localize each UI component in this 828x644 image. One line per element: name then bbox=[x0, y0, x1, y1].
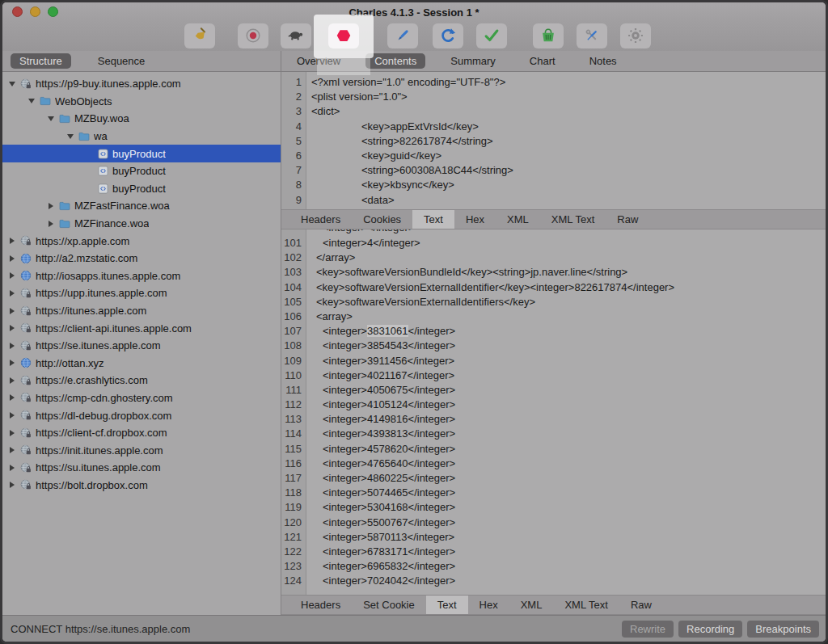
collapse-triangle-icon[interactable] bbox=[46, 116, 56, 121]
status-buttons: RewriteRecordingBreakpoints bbox=[622, 621, 819, 638]
expand-triangle-icon[interactable] bbox=[7, 272, 17, 279]
request-tab-xml[interactable]: XML bbox=[496, 210, 540, 229]
code-line-104: 104<key>softwareVersionExternalIdentifie… bbox=[281, 280, 826, 295]
tree-item-https-se-itunes-apple-com[interactable]: https://se.itunes.apple.com bbox=[2, 337, 281, 355]
breakpoints-button[interactable] bbox=[328, 23, 359, 48]
line-text: <integer>4050675</integer> bbox=[306, 383, 455, 398]
collapse-triangle-icon[interactable] bbox=[27, 99, 36, 103]
request-tab-raw[interactable]: Raw bbox=[606, 210, 649, 229]
response-tab-raw[interactable]: Raw bbox=[619, 596, 663, 614]
tab-chart[interactable]: Chart bbox=[521, 53, 564, 69]
tree-item-https-upp-itunes-apple-com[interactable]: https://upp.itunes.apple.com bbox=[2, 284, 281, 302]
expand-triangle-icon[interactable] bbox=[7, 430, 17, 436]
tab-notes[interactable]: Notes bbox=[581, 53, 626, 69]
response-tab-xml-text[interactable]: XML Text bbox=[553, 596, 619, 614]
throttle-button[interactable] bbox=[281, 23, 311, 48]
rewrite-button[interactable]: Rewrite bbox=[622, 621, 674, 638]
expand-triangle-icon[interactable] bbox=[7, 360, 17, 366]
tab-structure[interactable]: Structure bbox=[11, 53, 71, 69]
recording-button[interactable]: Recording bbox=[678, 621, 742, 638]
tree-item-mzbuy-woa[interactable]: MZBuy.woa bbox=[2, 110, 281, 128]
close-button[interactable] bbox=[12, 6, 23, 17]
tree-item-label: https://client-api.itunes.apple.com bbox=[36, 322, 192, 335]
tree-item-http-ottan-xyz[interactable]: http://ottan.xyz bbox=[2, 355, 281, 373]
expand-triangle-icon[interactable] bbox=[7, 465, 17, 471]
globe-lock-icon bbox=[20, 375, 32, 386]
response-tab-xml[interactable]: XML bbox=[509, 596, 554, 614]
request-tab-text[interactable]: Text bbox=[412, 210, 454, 229]
tree-item-https-bolt-dropbox-com[interactable]: https://bolt.dropbox.com bbox=[2, 477, 281, 495]
tree-item-https-init-itunes-apple-com[interactable]: https://init.itunes.apple.com bbox=[2, 441, 281, 459]
expand-triangle-icon[interactable] bbox=[7, 238, 17, 244]
expand-triangle-icon[interactable] bbox=[46, 221, 56, 227]
tree-item-label: https://client-cf.dropbox.com bbox=[36, 427, 167, 439]
globe-lock-icon bbox=[20, 462, 32, 474]
expand-triangle-icon[interactable] bbox=[7, 394, 17, 401]
request-body-view: 1<?xml version="1.0" encoding="UTF-8"?>2… bbox=[281, 72, 826, 209]
tree-item-https-e-crashlytics-com[interactable]: https://e.crashlytics.com bbox=[2, 372, 281, 389]
tab-summary[interactable]: Summary bbox=[441, 53, 505, 69]
tree-item-https-dl-debug-dropbox-com[interactable]: https://dl-debug.dropbox.com bbox=[2, 406, 281, 424]
tab-overview[interactable]: Overview bbox=[288, 53, 349, 69]
request-tab-headers[interactable]: Headers bbox=[289, 210, 352, 229]
globe-lock-icon bbox=[20, 479, 32, 490]
tree-item-buyproduct[interactable]: buyProduct bbox=[2, 145, 281, 162]
tree-item-mzfinance-woa[interactable]: MZFinance.woa bbox=[2, 215, 281, 233]
tree-item-label: buyProduct bbox=[112, 165, 166, 177]
expand-triangle-icon[interactable] bbox=[7, 343, 17, 349]
response-tab-text[interactable]: Text bbox=[426, 596, 468, 614]
minimize-button[interactable] bbox=[30, 6, 40, 17]
line-text: <integer>4765640</integer> bbox=[306, 457, 455, 471]
selected-text: 3831061 bbox=[367, 325, 408, 337]
tree-item-https-cmp-cdn-ghostery-com[interactable]: https://cmp-cdn.ghostery.com bbox=[2, 389, 281, 407]
response-tab-hex[interactable]: Hex bbox=[468, 596, 509, 614]
tree-item-buyproduct[interactable]: buyProduct bbox=[2, 162, 281, 180]
tree-item-https-client-cf-dropbox-com[interactable]: https://client-cf.dropbox.com bbox=[2, 424, 281, 442]
zoom-button[interactable] bbox=[48, 6, 58, 17]
tree-item-https-client-api-itunes-apple-com[interactable]: https://client-api.itunes.apple.com bbox=[2, 319, 281, 337]
response-body-view: <integer></integer>101<integer>4</intege… bbox=[281, 229, 826, 595]
tab-contents[interactable]: Contents bbox=[365, 53, 425, 69]
collapse-triangle-icon[interactable] bbox=[65, 134, 75, 139]
expand-triangle-icon[interactable] bbox=[7, 325, 17, 331]
line-text: <integer>4393813</integer> bbox=[306, 427, 455, 441]
tree-item-http-iosapps-itunes-apple-com[interactable]: http://iosapps.itunes.apple.com bbox=[2, 267, 281, 285]
response-tab-set-cookie[interactable]: Set Cookie bbox=[352, 596, 426, 614]
clear-button[interactable] bbox=[184, 23, 215, 48]
tree-item-mzfastfinance-woa[interactable]: MZFastFinance.woa bbox=[2, 197, 281, 215]
validate-button[interactable] bbox=[476, 23, 507, 48]
collapse-triangle-icon[interactable] bbox=[7, 82, 17, 86]
tab-sequence[interactable]: Sequence bbox=[89, 53, 154, 69]
code-line-6: 6<key>guid</key> bbox=[281, 149, 826, 163]
compose-button[interactable] bbox=[387, 23, 418, 48]
tree-item-http-a2-mzstatic-com[interactable]: http://a2.mzstatic.com bbox=[2, 250, 281, 267]
stop-hexagon-icon bbox=[335, 27, 353, 44]
tools-button[interactable] bbox=[533, 23, 564, 48]
request-tab-cookies[interactable]: Cookies bbox=[352, 210, 412, 229]
expand-triangle-icon[interactable] bbox=[7, 377, 17, 384]
request-tab-xml-text[interactable]: XML Text bbox=[540, 210, 606, 229]
repeat-button[interactable] bbox=[433, 23, 463, 48]
breakpoints-button[interactable]: Breakpoints bbox=[747, 621, 819, 638]
record-button[interactable] bbox=[238, 23, 268, 48]
line-number: 119 bbox=[281, 500, 306, 515]
settings-button[interactable] bbox=[577, 23, 607, 48]
request-tab-hex[interactable]: Hex bbox=[454, 210, 496, 229]
tree-item-https-p9-buy-itunes-apple-com[interactable]: https://p9-buy.itunes.apple.com bbox=[2, 75, 281, 93]
response-tab-headers[interactable]: Headers bbox=[289, 596, 352, 614]
tree-item-https-xp-apple-com[interactable]: https://xp.apple.com bbox=[2, 232, 281, 250]
tree-item-https-su-itunes-apple-com[interactable]: https://su.itunes.apple.com bbox=[2, 459, 281, 477]
expand-triangle-icon[interactable] bbox=[7, 412, 17, 419]
expand-triangle-icon[interactable] bbox=[7, 290, 17, 297]
expand-triangle-icon[interactable] bbox=[7, 482, 17, 488]
preferences-button[interactable] bbox=[620, 23, 651, 48]
expand-triangle-icon[interactable] bbox=[7, 447, 17, 453]
expand-triangle-icon[interactable] bbox=[7, 308, 17, 314]
tree-item-buyproduct[interactable]: buyProduct bbox=[2, 180, 281, 198]
tree-item-wa[interactable]: wa bbox=[2, 128, 281, 145]
tree-item-https-itunes-apple-com[interactable]: https://itunes.apple.com bbox=[2, 302, 281, 320]
expand-triangle-icon[interactable] bbox=[46, 203, 56, 209]
tree-item-webobjects[interactable]: WebObjects bbox=[2, 93, 281, 111]
line-number: 6 bbox=[281, 149, 306, 163]
expand-triangle-icon[interactable] bbox=[7, 255, 17, 262]
